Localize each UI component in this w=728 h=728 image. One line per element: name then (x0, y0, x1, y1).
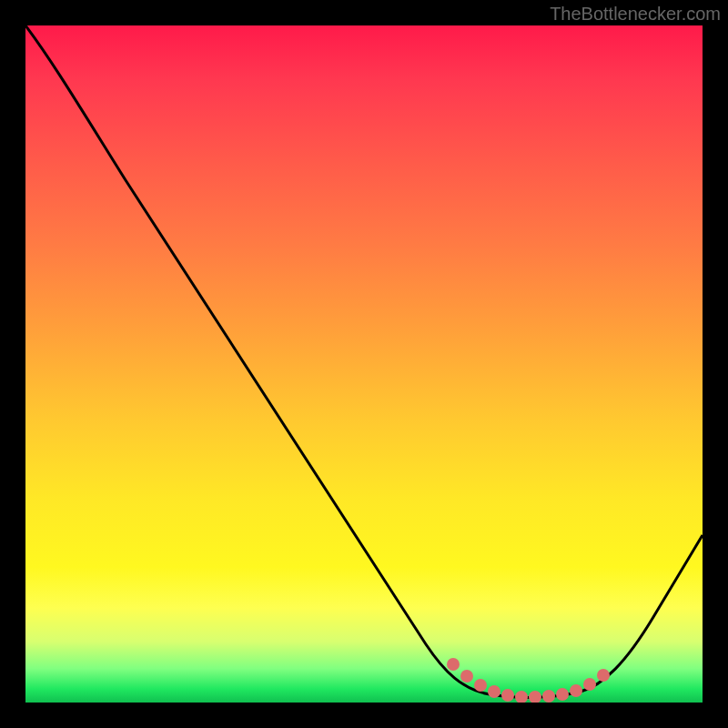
svg-point-1 (460, 670, 473, 682)
svg-point-9 (570, 684, 582, 697)
attribution-text: TheBottlenecker.com (550, 4, 721, 25)
svg-point-10 (583, 678, 596, 691)
svg-point-5 (515, 691, 528, 703)
svg-point-7 (542, 690, 555, 703)
svg-point-3 (488, 685, 500, 698)
chart-svg (25, 25, 703, 703)
svg-point-8 (556, 688, 569, 701)
svg-point-11 (597, 669, 610, 682)
svg-point-0 (447, 658, 460, 671)
plot-area (25, 25, 703, 703)
highlight-dots-group (447, 658, 610, 703)
svg-point-6 (529, 691, 541, 703)
svg-point-4 (501, 689, 514, 702)
svg-point-2 (474, 679, 487, 692)
main-curve (25, 25, 703, 697)
